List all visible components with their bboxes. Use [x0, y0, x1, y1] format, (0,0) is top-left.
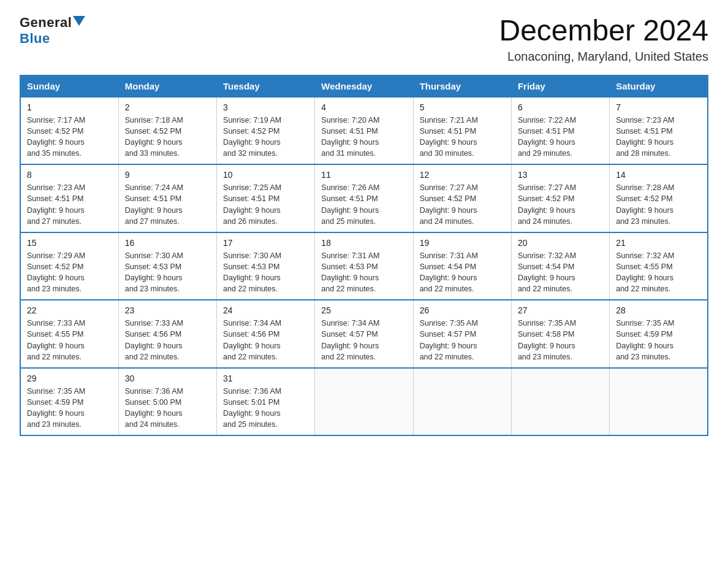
day-info: Sunrise: 7:35 AMSunset: 4:58 PMDaylight:… [518, 318, 603, 362]
calendar-week-row: 29 Sunrise: 7:35 AMSunset: 4:59 PMDaylig… [20, 368, 708, 436]
calendar-cell: 24 Sunrise: 7:34 AMSunset: 4:56 PMDaylig… [217, 300, 315, 368]
day-number: 13 [518, 170, 603, 180]
day-number: 18 [321, 238, 406, 248]
day-info: Sunrise: 7:35 AMSunset: 4:59 PMDaylight:… [616, 318, 701, 362]
logo: General Blue [20, 15, 85, 47]
day-number: 23 [125, 305, 210, 315]
calendar-cell: 29 Sunrise: 7:35 AMSunset: 4:59 PMDaylig… [20, 368, 118, 436]
calendar-header-saturday: Saturday [610, 75, 708, 97]
day-number: 25 [321, 305, 406, 315]
calendar-cell: 9 Sunrise: 7:24 AMSunset: 4:51 PMDayligh… [118, 164, 216, 232]
calendar-cell: 6 Sunrise: 7:22 AMSunset: 4:51 PMDayligh… [511, 97, 609, 165]
calendar-cell: 11 Sunrise: 7:26 AMSunset: 4:51 PMDaylig… [315, 164, 413, 232]
day-info: Sunrise: 7:35 AMSunset: 4:59 PMDaylight:… [27, 386, 112, 431]
calendar-cell: 21 Sunrise: 7:32 AMSunset: 4:55 PMDaylig… [610, 232, 708, 301]
day-info: Sunrise: 7:19 AMSunset: 4:52 PMDaylight:… [223, 115, 308, 159]
calendar-cell [413, 368, 511, 436]
calendar-cell: 1 Sunrise: 7:17 AMSunset: 4:52 PMDayligh… [20, 97, 118, 165]
calendar-header-thursday: Thursday [413, 75, 511, 97]
calendar-cell: 4 Sunrise: 7:20 AMSunset: 4:51 PMDayligh… [315, 97, 413, 165]
calendar-cell: 25 Sunrise: 7:34 AMSunset: 4:57 PMDaylig… [315, 300, 413, 368]
month-title: December 2024 [499, 15, 708, 47]
title-block: December 2024 Lonaconing, Maryland, Unit… [499, 15, 708, 64]
calendar-header-tuesday: Tuesday [217, 75, 315, 97]
calendar-cell: 18 Sunrise: 7:31 AMSunset: 4:53 PMDaylig… [315, 232, 413, 301]
day-info: Sunrise: 7:27 AMSunset: 4:52 PMDaylight:… [518, 182, 603, 227]
day-info: Sunrise: 7:18 AMSunset: 4:52 PMDaylight:… [125, 115, 210, 159]
calendar-cell: 8 Sunrise: 7:23 AMSunset: 4:51 PMDayligh… [20, 164, 118, 232]
day-info: Sunrise: 7:25 AMSunset: 4:51 PMDaylight:… [223, 182, 308, 227]
day-number: 16 [125, 238, 210, 248]
day-info: Sunrise: 7:32 AMSunset: 4:55 PMDaylight:… [616, 250, 701, 295]
day-number: 22 [27, 305, 112, 315]
calendar-header-sunday: Sunday [20, 75, 118, 97]
calendar-cell: 17 Sunrise: 7:30 AMSunset: 4:53 PMDaylig… [217, 232, 315, 301]
day-number: 28 [616, 305, 701, 315]
calendar-week-row: 1 Sunrise: 7:17 AMSunset: 4:52 PMDayligh… [20, 97, 708, 165]
day-number: 1 [27, 102, 112, 112]
day-number: 2 [125, 102, 210, 112]
day-number: 7 [616, 102, 701, 112]
day-info: Sunrise: 7:34 AMSunset: 4:57 PMDaylight:… [321, 318, 406, 362]
day-number: 3 [223, 102, 308, 112]
day-number: 31 [223, 373, 308, 383]
day-number: 21 [616, 238, 701, 248]
day-number: 6 [518, 102, 603, 112]
calendar-cell: 15 Sunrise: 7:29 AMSunset: 4:52 PMDaylig… [20, 232, 118, 301]
day-info: Sunrise: 7:33 AMSunset: 4:55 PMDaylight:… [27, 318, 112, 362]
calendar-header-friday: Friday [511, 75, 609, 97]
day-number: 27 [518, 305, 603, 315]
calendar-header-monday: Monday [118, 75, 216, 97]
calendar-cell: 27 Sunrise: 7:35 AMSunset: 4:58 PMDaylig… [511, 300, 609, 368]
calendar-cell: 20 Sunrise: 7:32 AMSunset: 4:54 PMDaylig… [511, 232, 609, 301]
calendar-cell: 16 Sunrise: 7:30 AMSunset: 4:53 PMDaylig… [118, 232, 216, 301]
day-info: Sunrise: 7:27 AMSunset: 4:52 PMDaylight:… [420, 182, 505, 227]
day-info: Sunrise: 7:24 AMSunset: 4:51 PMDaylight:… [125, 182, 210, 227]
logo-general-text: General [20, 15, 72, 31]
calendar-cell: 2 Sunrise: 7:18 AMSunset: 4:52 PMDayligh… [118, 97, 216, 165]
day-info: Sunrise: 7:22 AMSunset: 4:51 PMDaylight:… [518, 115, 603, 159]
calendar-cell: 26 Sunrise: 7:35 AMSunset: 4:57 PMDaylig… [413, 300, 511, 368]
day-number: 29 [27, 373, 112, 383]
day-number: 5 [420, 102, 505, 112]
day-info: Sunrise: 7:36 AMSunset: 5:01 PMDaylight:… [223, 386, 308, 431]
calendar-cell: 14 Sunrise: 7:28 AMSunset: 4:52 PMDaylig… [610, 164, 708, 232]
day-info: Sunrise: 7:26 AMSunset: 4:51 PMDaylight:… [321, 182, 406, 227]
calendar-header-row: SundayMondayTuesdayWednesdayThursdayFrid… [20, 75, 708, 97]
calendar-cell: 7 Sunrise: 7:23 AMSunset: 4:51 PMDayligh… [610, 97, 708, 165]
day-number: 24 [223, 305, 308, 315]
calendar-cell: 13 Sunrise: 7:27 AMSunset: 4:52 PMDaylig… [511, 164, 609, 232]
calendar-week-row: 15 Sunrise: 7:29 AMSunset: 4:52 PMDaylig… [20, 232, 708, 301]
day-info: Sunrise: 7:17 AMSunset: 4:52 PMDaylight:… [27, 115, 112, 159]
day-info: Sunrise: 7:28 AMSunset: 4:52 PMDaylight:… [616, 182, 701, 227]
calendar-cell: 22 Sunrise: 7:33 AMSunset: 4:55 PMDaylig… [20, 300, 118, 368]
calendar-table: SundayMondayTuesdayWednesdayThursdayFrid… [20, 75, 708, 437]
calendar-cell: 12 Sunrise: 7:27 AMSunset: 4:52 PMDaylig… [413, 164, 511, 232]
day-number: 12 [420, 170, 505, 180]
day-number: 4 [321, 102, 406, 112]
day-info: Sunrise: 7:21 AMSunset: 4:51 PMDaylight:… [420, 115, 505, 159]
calendar-cell: 19 Sunrise: 7:31 AMSunset: 4:54 PMDaylig… [413, 232, 511, 301]
calendar-week-row: 8 Sunrise: 7:23 AMSunset: 4:51 PMDayligh… [20, 164, 708, 232]
day-number: 20 [518, 238, 603, 248]
day-number: 26 [420, 305, 505, 315]
calendar-cell: 30 Sunrise: 7:36 AMSunset: 5:00 PMDaylig… [118, 368, 216, 436]
calendar-cell: 23 Sunrise: 7:33 AMSunset: 4:56 PMDaylig… [118, 300, 216, 368]
calendar-cell [511, 368, 609, 436]
calendar-cell: 31 Sunrise: 7:36 AMSunset: 5:01 PMDaylig… [217, 368, 315, 436]
day-info: Sunrise: 7:30 AMSunset: 4:53 PMDaylight:… [223, 250, 308, 295]
day-number: 19 [420, 238, 505, 248]
day-number: 11 [321, 170, 406, 180]
day-number: 17 [223, 238, 308, 248]
calendar-header-wednesday: Wednesday [315, 75, 413, 97]
calendar-cell: 5 Sunrise: 7:21 AMSunset: 4:51 PMDayligh… [413, 97, 511, 165]
day-info: Sunrise: 7:31 AMSunset: 4:54 PMDaylight:… [420, 250, 505, 295]
day-info: Sunrise: 7:23 AMSunset: 4:51 PMDaylight:… [27, 182, 112, 227]
day-info: Sunrise: 7:35 AMSunset: 4:57 PMDaylight:… [420, 318, 505, 362]
calendar-cell [610, 368, 708, 436]
day-info: Sunrise: 7:30 AMSunset: 4:53 PMDaylight:… [125, 250, 210, 295]
day-info: Sunrise: 7:36 AMSunset: 5:00 PMDaylight:… [125, 386, 210, 431]
calendar-week-row: 22 Sunrise: 7:33 AMSunset: 4:55 PMDaylig… [20, 300, 708, 368]
day-info: Sunrise: 7:32 AMSunset: 4:54 PMDaylight:… [518, 250, 603, 295]
calendar-cell: 3 Sunrise: 7:19 AMSunset: 4:52 PMDayligh… [217, 97, 315, 165]
